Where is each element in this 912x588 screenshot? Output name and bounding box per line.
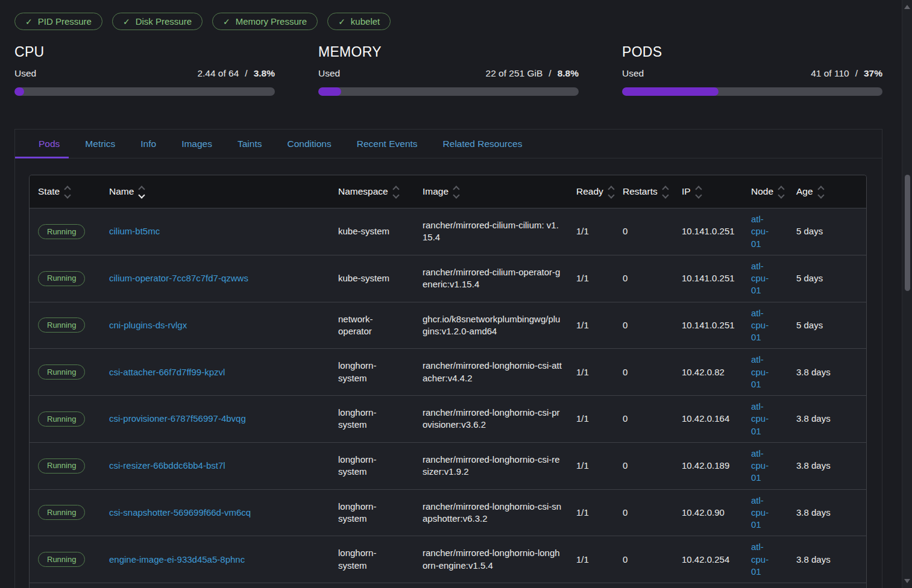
column-header-namespace[interactable]: Namespace [330, 186, 414, 198]
cell-ready: 1/1 [568, 220, 614, 242]
gauge-used-label: Used [14, 68, 36, 79]
pressure-status-badge: ✓ kubelet [327, 13, 391, 30]
sort-down-icon [453, 192, 459, 198]
gauge-percent: 3.8% [254, 68, 275, 79]
tab-metrics[interactable]: Metrics [72, 130, 128, 158]
cell-namespace: longhorn-system [330, 496, 414, 530]
cell-image: rancher/mirrored-cilium-cilium: v1.15.4 [414, 214, 568, 249]
cell-name: csi-provisioner-6787f56997-4bvqg [101, 408, 330, 430]
node-link[interactable]: atl-cpu-01 [751, 542, 769, 577]
tab-related-resources[interactable]: Related Resources [430, 130, 535, 158]
gauge-progress-fill [14, 87, 24, 96]
pods-table: State Name Namespace Image Ready Restart… [29, 175, 867, 588]
pressure-badge-label: kubelet [351, 16, 380, 27]
cell-age: 3.8 days [788, 502, 866, 524]
column-header-label: Ready [576, 186, 603, 197]
status-badge: Running [38, 317, 85, 333]
cell-ready: 1/1 [568, 549, 614, 571]
column-header-ip[interactable]: IP [673, 186, 743, 198]
tab-label: Info [140, 139, 156, 149]
column-header-name[interactable]: Name [101, 186, 330, 198]
cell-node: atl-cpu-01 [743, 349, 788, 395]
column-header-label: Restarts [623, 186, 658, 197]
column-header-label: Name [109, 186, 134, 197]
cell-age: 3.8 days [788, 455, 866, 477]
cell-node: atl-cpu-01 [743, 536, 788, 583]
node-detail-page: ✓ PID Pressure ✓ Disk Pressure ✓ Memory … [0, 0, 912, 588]
pod-name-link[interactable]: cilium-bt5mc [109, 226, 160, 236]
gauge-amount: 2.44 of 64 [197, 68, 239, 79]
vertical-scrollbar[interactable] [902, 0, 912, 588]
pod-name-link[interactable]: csi-attacher-66f7d7ff99-kpzvl [109, 367, 225, 377]
column-header-image[interactable]: Image [414, 186, 568, 198]
cell-ready: 1/1 [568, 502, 614, 524]
column-header-state[interactable]: State [30, 186, 101, 198]
node-link[interactable]: atl-cpu-01 [751, 261, 769, 296]
pod-name-link[interactable]: engine-image-ei-933d45a5-8phnc [109, 554, 245, 565]
sort-icon [609, 186, 614, 198]
status-badge: Running [38, 505, 85, 520]
scrollbar-thumb[interactable] [905, 175, 910, 291]
sort-down-icon [695, 192, 702, 198]
node-link[interactable]: atl-cpu-01 [751, 448, 769, 483]
scroll-down-icon[interactable] [904, 579, 910, 583]
pressure-badges-row: ✓ PID Pressure ✓ Disk Pressure ✓ Memory … [14, 13, 391, 30]
resource-gauge: MEMORY Used 22 of 251 GiB / 8.8% [318, 44, 579, 96]
sort-icon [65, 186, 70, 198]
pod-name-link[interactable]: csi-provisioner-6787f56997-4bvqg [109, 413, 246, 424]
cell-image: rancher/mirrored-longhornio-longhorn-eng… [414, 542, 568, 577]
tab-taints[interactable]: Taints [225, 130, 275, 158]
table-header-row: State Name Namespace Image Ready Restart… [30, 175, 866, 208]
table-row: Running csi-snapshotter-569699f66d-vm6cq… [30, 489, 866, 536]
cell-image: rancher/mirrored-longhornio-csi-attacher… [414, 355, 568, 389]
pod-name-link[interactable]: cni-plugins-ds-rvlgx [109, 320, 187, 330]
column-header-label: Namespace [338, 186, 388, 197]
scroll-up-icon[interactable] [904, 5, 910, 9]
cell-restarts: 0 [614, 502, 673, 524]
column-header-label: IP [682, 186, 691, 197]
node-link[interactable]: atl-cpu-01 [751, 214, 769, 249]
gauge-amount: 41 of 110 [811, 68, 849, 79]
cell-image: ghcr.io/k8snetworkplumbingwg/plugins:v1.… [414, 308, 568, 343]
cell-ready: 1/1 [568, 314, 614, 336]
node-link[interactable]: atl-cpu-01 [751, 495, 769, 530]
pod-name-link[interactable]: cilium-operator-7cc87c7fd7-qzwws [109, 273, 248, 283]
column-header-age[interactable]: Age [788, 186, 866, 198]
column-header-node[interactable]: Node [743, 186, 788, 198]
tab-pods[interactable]: Pods [26, 130, 72, 158]
sort-icon [139, 186, 144, 198]
pod-name-link[interactable]: csi-resizer-66bddc6bb4-bst7l [109, 460, 225, 471]
gauge-percent: 37% [864, 68, 882, 79]
cell-image: rancher/mirrored-cilium-operator-generic… [414, 261, 568, 296]
cell-state: Running [30, 313, 101, 337]
cell-state: Running [30, 360, 101, 384]
pressure-status-badge: ✓ Disk Pressure [112, 13, 203, 30]
column-header-ready[interactable]: Ready [568, 186, 614, 198]
node-link[interactable]: atl-cpu-01 [751, 401, 769, 436]
gauge-separator: / [855, 68, 858, 79]
pressure-badge-label: PID Pressure [38, 16, 92, 27]
tab-recent-events[interactable]: Recent Events [344, 130, 430, 158]
node-link[interactable]: atl-cpu-01 [751, 308, 769, 343]
cell-ip: 10.42.0.90 [673, 502, 743, 524]
cell-restarts: 0 [614, 361, 673, 383]
sort-up-icon [139, 186, 145, 192]
column-header-restarts[interactable]: Restarts [614, 186, 673, 198]
node-link[interactable]: atl-cpu-01 [751, 354, 769, 389]
pod-name-link[interactable]: csi-snapshotter-569699f66d-vm6cq [109, 507, 251, 518]
sort-up-icon [64, 186, 71, 192]
gauge-used-label: Used [318, 68, 340, 79]
tab-conditions[interactable]: Conditions [275, 130, 344, 158]
tab-label: Taints [237, 139, 262, 149]
cell-age: 3.8 days [788, 361, 866, 383]
resource-gauge: CPU Used 2.44 of 64 / 3.8% [14, 44, 275, 96]
cell-age: 5 days [788, 314, 866, 336]
cell-restarts: 0 [614, 314, 673, 336]
table-row: Running cni-plugins-ds-rvlgx network-ope… [30, 302, 866, 349]
tab-info[interactable]: Info [128, 130, 169, 158]
table-body: Running cilium-bt5mc kube-system rancher… [30, 208, 866, 588]
pressure-status-badge: ✓ PID Pressure [14, 13, 102, 30]
tab-bar: Pods Metrics Info Images Taints Conditio… [15, 130, 882, 158]
tab-images[interactable]: Images [169, 130, 225, 158]
cell-image: rancher/mirrored-longhornio-csi-snapshot… [414, 496, 568, 530]
